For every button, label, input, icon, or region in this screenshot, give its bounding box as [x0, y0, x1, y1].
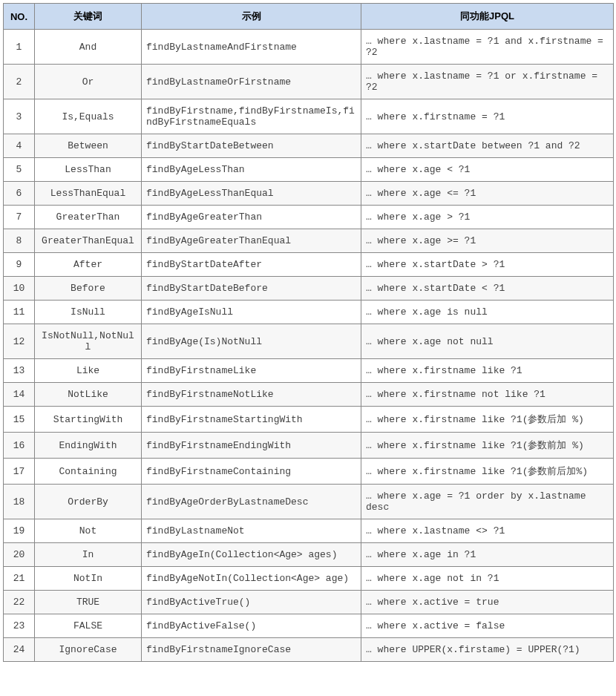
cell-no: 1	[4, 30, 35, 65]
cell-keyword: IsNotNull,NotNull	[35, 324, 142, 359]
cell-jpql: … where x.lastname = ?1 and x.firstname …	[361, 30, 614, 65]
cell-no: 13	[4, 359, 35, 383]
cell-keyword: IsNull	[35, 301, 142, 324]
cell-jpql: … where x.startDate between ?1 and ?2	[361, 134, 614, 158]
table-row: 11IsNullfindByAgeIsNull… where x.age is …	[4, 301, 614, 324]
cell-jpql: … where x.firstname like ?1(参数前加 %)	[361, 433, 614, 459]
table-row: 12IsNotNull,NotNullfindByAge(Is)NotNull……	[4, 324, 614, 359]
cell-jpql: … where x.lastname <> ?1	[361, 519, 614, 543]
cell-keyword: Is,Equals	[35, 99, 142, 134]
table-row: 20InfindByAgeIn(Collection<Age> ages)… w…	[4, 543, 614, 567]
cell-jpql: … where x.startDate < ?1	[361, 277, 614, 301]
cell-keyword: Between	[35, 134, 142, 158]
cell-jpql: … where x.active = false	[361, 614, 614, 638]
cell-example: findByAgeOrderByLastnameDesc	[142, 485, 361, 519]
cell-no: 8	[4, 229, 35, 253]
cell-jpql: … where x.active = true	[361, 591, 614, 614]
cell-keyword: Containing	[35, 459, 142, 485]
cell-example: findByFirstnameNotLike	[142, 383, 361, 407]
table-row: 9AfterfindByStartDateAfter… where x.star…	[4, 253, 614, 277]
cell-jpql: … where x.firstname like ?1(参数前后加%)	[361, 459, 614, 485]
table-row: 3Is,EqualsfindByFirstname,findByFirstnam…	[4, 99, 614, 134]
cell-no: 12	[4, 324, 35, 359]
cell-jpql: … where x.firstname not like ?1	[361, 383, 614, 407]
cell-example: findByFirstnameLike	[142, 359, 361, 383]
table-row: 24IgnoreCasefindByFirstnameIgnoreCase… w…	[4, 638, 614, 662]
cell-jpql: … where x.age not null	[361, 324, 614, 359]
table-row: 18OrderByfindByAgeOrderByLastnameDesc… w…	[4, 485, 614, 519]
cell-no: 18	[4, 485, 35, 519]
cell-example: findByAgeIn(Collection<Age> ages)	[142, 543, 361, 567]
cell-no: 15	[4, 407, 35, 433]
cell-jpql: … where x.age > ?1	[361, 206, 614, 229]
table-row: 23FALSEfindByActiveFalse()… where x.acti…	[4, 614, 614, 638]
cell-example: findByFirstname,findByFirstnameIs,findBy…	[142, 99, 361, 134]
cell-no: 14	[4, 383, 35, 407]
cell-no: 5	[4, 158, 35, 182]
cell-no: 6	[4, 182, 35, 206]
cell-no: 23	[4, 614, 35, 638]
cell-keyword: EndingWith	[35, 433, 142, 459]
cell-no: 10	[4, 277, 35, 301]
cell-jpql: … where x.age >= ?1	[361, 229, 614, 253]
cell-example: findByAgeLessThanEqual	[142, 182, 361, 206]
table-row: 6LessThanEqualfindByAgeLessThanEqual… wh…	[4, 182, 614, 206]
cell-keyword: StartingWith	[35, 407, 142, 433]
cell-keyword: After	[35, 253, 142, 277]
cell-keyword: NotLike	[35, 383, 142, 407]
table-row: 21NotInfindByAgeNotIn(Collection<Age> ag…	[4, 567, 614, 591]
cell-example: findByLastnameNot	[142, 519, 361, 543]
cell-keyword: Like	[35, 359, 142, 383]
cell-example: findByAge(Is)NotNull	[142, 324, 361, 359]
table-row: 4BetweenfindByStartDateBetween… where x.…	[4, 134, 614, 158]
cell-no: 16	[4, 433, 35, 459]
table-row: 16EndingWithfindByFirstnameEndingWith… w…	[4, 433, 614, 459]
cell-no: 19	[4, 519, 35, 543]
cell-jpql: … where x.age not in ?1	[361, 567, 614, 591]
cell-example: findByFirstnameEndingWith	[142, 433, 361, 459]
cell-example: findByStartDateBefore	[142, 277, 361, 301]
header-example: 示例	[142, 4, 361, 30]
cell-keyword: LessThanEqual	[35, 182, 142, 206]
cell-example: findByAgeLessThan	[142, 158, 361, 182]
header-keyword: 关键词	[35, 4, 142, 30]
cell-keyword: GreaterThan	[35, 206, 142, 229]
cell-example: findByActiveTrue()	[142, 591, 361, 614]
cell-jpql: … where x.startDate > ?1	[361, 253, 614, 277]
table-row: 8GreaterThanEqualfindByAgeGreaterThanEqu…	[4, 229, 614, 253]
cell-example: findByAgeGreaterThanEqual	[142, 229, 361, 253]
cell-keyword: And	[35, 30, 142, 65]
cell-no: 11	[4, 301, 35, 324]
cell-jpql: … where x.firstname like ?1(参数后加 %)	[361, 407, 614, 433]
cell-example: findByAgeIsNull	[142, 301, 361, 324]
table-row: 15StartingWithfindByFirstnameStartingWit…	[4, 407, 614, 433]
table-body: 1AndfindByLastnameAndFirstname… where x.…	[4, 30, 614, 662]
table-row: 5LessThanfindByAgeLessThan… where x.age …	[4, 158, 614, 182]
cell-no: 20	[4, 543, 35, 567]
cell-jpql: … where x.age is null	[361, 301, 614, 324]
cell-no: 9	[4, 253, 35, 277]
cell-keyword: IgnoreCase	[35, 638, 142, 662]
header-jpql: 同功能JPQL	[361, 4, 614, 30]
cell-jpql: … where x.age <= ?1	[361, 182, 614, 206]
cell-example: findByAgeGreaterThan	[142, 206, 361, 229]
cell-jpql: … where x.age < ?1	[361, 158, 614, 182]
cell-no: 3	[4, 99, 35, 134]
cell-example: findByActiveFalse()	[142, 614, 361, 638]
jpql-keyword-table: NO. 关键词 示例 同功能JPQL 1AndfindByLastnameAnd…	[3, 3, 614, 662]
cell-no: 17	[4, 459, 35, 485]
cell-no: 2	[4, 65, 35, 99]
cell-jpql: … where x.firstname like ?1	[361, 359, 614, 383]
table-row: 17ContainingfindByFirstnameContaining… w…	[4, 459, 614, 485]
cell-example: findByAgeNotIn(Collection<Age> age)	[142, 567, 361, 591]
cell-keyword: Before	[35, 277, 142, 301]
table-row: 13LikefindByFirstnameLike… where x.first…	[4, 359, 614, 383]
table-row: 2OrfindByLastnameOrFirstname… where x.la…	[4, 65, 614, 99]
cell-jpql: … where x.lastname = ?1 or x.firstname =…	[361, 65, 614, 99]
table-row: 10BeforefindByStartDateBefore… where x.s…	[4, 277, 614, 301]
header-no: NO.	[4, 4, 35, 30]
cell-no: 22	[4, 591, 35, 614]
cell-no: 4	[4, 134, 35, 158]
cell-keyword: TRUE	[35, 591, 142, 614]
cell-keyword: NotIn	[35, 567, 142, 591]
